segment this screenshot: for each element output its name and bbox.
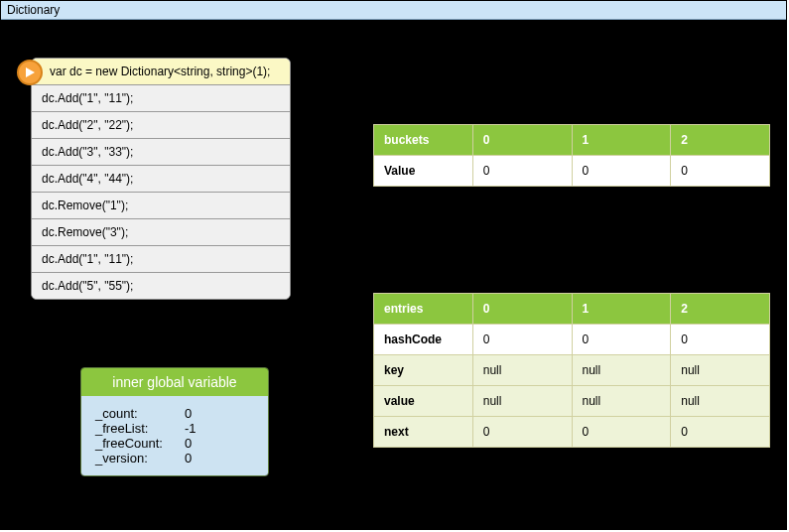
table-header-row: buckets 0 1 2 bbox=[374, 125, 770, 156]
global-label: _freeList: bbox=[95, 421, 185, 436]
global-label: _version: bbox=[95, 451, 185, 466]
code-line: dc.Remove("1"); bbox=[32, 192, 290, 218]
code-line: dc.Remove("3"); bbox=[32, 218, 290, 245]
code-panel: var dc = new Dictionary<string, string>(… bbox=[31, 58, 291, 300]
cell: 0 bbox=[572, 417, 671, 448]
global-row: _count: 0 bbox=[95, 406, 254, 421]
table-row: value null null null bbox=[374, 386, 770, 417]
cell: null bbox=[671, 386, 770, 417]
table-row: key null null null bbox=[374, 355, 770, 386]
code-line: dc.Add("2", "22"); bbox=[32, 111, 290, 138]
table-row: hashCode 0 0 0 bbox=[374, 325, 770, 355]
col-header: 1 bbox=[572, 125, 671, 156]
globals-body: _count: 0 _freeList: -1 _freeCount: 0 _v… bbox=[81, 396, 268, 475]
window-titlebar: Dictionary bbox=[1, 1, 786, 20]
row-label: value bbox=[374, 386, 473, 417]
col-header: 0 bbox=[472, 125, 572, 156]
global-value: 0 bbox=[185, 406, 192, 421]
global-label: _count: bbox=[95, 406, 185, 421]
window-title: Dictionary bbox=[7, 3, 60, 17]
cell: 0 bbox=[572, 325, 671, 355]
buckets-table: buckets 0 1 2 Value 0 0 0 bbox=[373, 124, 770, 187]
code-line: dc.Add("3", "33"); bbox=[32, 138, 290, 165]
cell: 0 bbox=[671, 417, 770, 448]
global-row: _version: 0 bbox=[95, 451, 254, 466]
cell: 0 bbox=[472, 417, 572, 448]
code-line: dc.Add("1", "11"); bbox=[32, 84, 290, 111]
table-row: next 0 0 0 bbox=[374, 417, 770, 448]
svg-marker-0 bbox=[26, 67, 35, 77]
col-header: 0 bbox=[472, 294, 572, 325]
entries-header: entries bbox=[374, 294, 473, 325]
cell: null bbox=[472, 355, 572, 386]
cell: 0 bbox=[671, 325, 770, 355]
global-value: -1 bbox=[185, 421, 197, 436]
cell: null bbox=[572, 355, 671, 386]
entries-table: entries 0 1 2 hashCode 0 0 0 key null nu… bbox=[373, 293, 770, 448]
globals-title: inner global variable bbox=[81, 368, 268, 396]
global-label: _freeCount: bbox=[95, 436, 185, 451]
cell: 0 bbox=[572, 156, 671, 187]
row-label: Value bbox=[374, 156, 473, 187]
buckets-header: buckets bbox=[374, 125, 473, 156]
code-line: dc.Add("4", "44"); bbox=[32, 165, 290, 192]
diagram-window: Dictionary var dc = new Dictionary<strin… bbox=[0, 0, 787, 530]
cell: 0 bbox=[472, 156, 572, 187]
play-button[interactable] bbox=[17, 60, 43, 85]
diagram-content: var dc = new Dictionary<string, string>(… bbox=[1, 20, 786, 529]
play-icon bbox=[24, 66, 36, 78]
row-label: next bbox=[374, 417, 473, 448]
col-header: 1 bbox=[572, 294, 671, 325]
global-row: _freeList: -1 bbox=[95, 421, 254, 436]
globals-panel: inner global variable _count: 0 _freeLis… bbox=[80, 367, 269, 476]
row-label: hashCode bbox=[374, 325, 473, 355]
cell: null bbox=[572, 386, 671, 417]
row-label: key bbox=[374, 355, 473, 386]
code-line: dc.Add("5", "55"); bbox=[32, 272, 290, 299]
global-value: 0 bbox=[185, 436, 192, 451]
table-row: Value 0 0 0 bbox=[374, 156, 770, 187]
cell: 0 bbox=[671, 156, 770, 187]
code-line: var dc = new Dictionary<string, string>(… bbox=[32, 59, 290, 84]
cell: 0 bbox=[472, 325, 572, 355]
table-header-row: entries 0 1 2 bbox=[374, 294, 770, 325]
cell: null bbox=[671, 355, 770, 386]
cell: null bbox=[472, 386, 572, 417]
global-value: 0 bbox=[185, 451, 192, 466]
code-line: dc.Add("1", "11"); bbox=[32, 245, 290, 272]
col-header: 2 bbox=[671, 294, 770, 325]
col-header: 2 bbox=[671, 125, 770, 156]
global-row: _freeCount: 0 bbox=[95, 436, 254, 451]
